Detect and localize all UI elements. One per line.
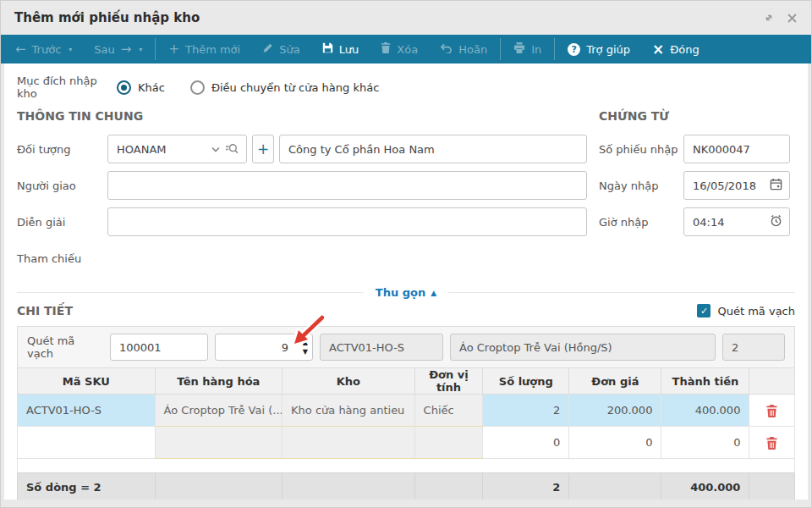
barcode-input-box[interactable] xyxy=(110,334,208,361)
add-partner-button[interactable]: + xyxy=(252,135,274,163)
footer-row-count: Số dòng = 2 xyxy=(18,473,156,500)
time-box[interactable] xyxy=(683,207,790,236)
save-icon xyxy=(322,42,333,56)
spin-down-icon[interactable]: ▼ xyxy=(303,349,308,356)
table-row[interactable]: ACTV01-HO-S Áo Croptop Trễ Vai (... Kho … xyxy=(18,395,795,427)
col-header-warehouse[interactable]: Kho xyxy=(283,368,415,395)
barcode-input[interactable] xyxy=(111,334,207,360)
radio-option-khac[interactable]: Khác xyxy=(117,80,165,95)
table-spacer-row xyxy=(18,459,795,473)
scan-barcode-checkbox-wrap[interactable]: ✓ Quét mã vạch xyxy=(697,304,795,318)
barcode-scan-panel: Quét mã vạch ▲ ▼ ACTV01-HO-S Áo Croptop … xyxy=(17,326,795,367)
cell-price[interactable]: 0 xyxy=(569,427,661,459)
collapse-link[interactable]: Thu gọn ▲ xyxy=(376,286,436,299)
description-box[interactable] xyxy=(107,207,587,236)
cell-price[interactable]: 200.000 xyxy=(569,395,661,427)
help-icon: ? xyxy=(568,43,580,56)
expand-icon[interactable] xyxy=(763,12,775,24)
footer-amount-total: 400.000 xyxy=(661,473,749,500)
cell-qty[interactable]: 2 xyxy=(483,395,569,427)
partner-code-input[interactable] xyxy=(108,135,209,163)
receipt-no-input[interactable] xyxy=(684,135,782,163)
cell-total: 400.000 xyxy=(661,395,749,427)
col-header-total[interactable]: Thành tiền xyxy=(661,368,749,395)
delete-row-icon[interactable] xyxy=(766,405,777,417)
radio-selected-icon[interactable] xyxy=(117,80,131,95)
print-button[interactable]: In xyxy=(502,35,552,64)
search-list-icon[interactable] xyxy=(222,143,241,155)
checkbox-checked-icon[interactable]: ✓ xyxy=(697,304,710,318)
deliverer-label: Người giao xyxy=(17,179,107,192)
delete-button[interactable]: Xóa xyxy=(370,35,429,64)
partner-combobox[interactable] xyxy=(107,135,247,163)
delete-row-icon[interactable] xyxy=(766,437,777,450)
cell-sku[interactable] xyxy=(18,427,156,459)
scanned-sku-box: ACTV01-HO-S xyxy=(320,334,443,361)
detail-heading: CHI TIẾT xyxy=(17,304,73,318)
cell-actions xyxy=(749,395,795,427)
purpose-row: Mục đích nhập kho Khác Điều chuyển từ cử… xyxy=(17,64,795,99)
deliverer-box[interactable] xyxy=(107,171,587,200)
close-icon[interactable] xyxy=(787,13,798,24)
cell-qty[interactable]: 0 xyxy=(483,427,569,459)
quantity-input[interactable] xyxy=(216,334,312,360)
col-header-actions xyxy=(749,368,795,395)
prev-button[interactable]: ← Trước ▾ xyxy=(4,35,83,64)
chevron-down-icon[interactable]: ▾ xyxy=(69,46,72,53)
save-button[interactable]: Lưu xyxy=(311,35,370,64)
chevron-down-icon[interactable]: ▾ xyxy=(139,46,142,53)
cell-actions xyxy=(749,427,795,459)
cell-warehouse xyxy=(283,427,415,459)
form-body: Mục đích nhập kho Khác Điều chuyển từ cử… xyxy=(4,64,808,500)
spin-up-icon[interactable]: ▲ xyxy=(303,340,308,346)
col-header-price[interactable]: Đơn giá xyxy=(569,368,661,395)
deliverer-input[interactable] xyxy=(108,172,586,199)
trash-icon xyxy=(381,42,391,56)
detail-table: Mã SKU Tên hàng hóa Kho Đơn vị tính Số l… xyxy=(17,367,795,500)
receipt-no-box[interactable] xyxy=(683,135,790,163)
chevron-down-icon[interactable] xyxy=(209,146,222,152)
calendar-icon[interactable] xyxy=(770,178,782,193)
add-new-button[interactable]: + Thêm mới xyxy=(157,35,251,64)
date-box[interactable] xyxy=(683,171,790,200)
close-x-icon: × xyxy=(652,42,664,57)
collapse-divider: Thu gọn ▲ xyxy=(17,286,795,299)
cell-sku[interactable]: ACTV01-HO-S xyxy=(18,395,156,427)
description-input[interactable] xyxy=(108,208,586,235)
clock-icon[interactable] xyxy=(770,214,782,229)
scanned-name-box: Áo Croptop Trễ Vai (Hồng/S) xyxy=(450,334,716,361)
time-input[interactable] xyxy=(684,208,770,235)
purpose-label: Mục đích nhập kho xyxy=(17,75,117,100)
quantity-stepper[interactable]: ▲ ▼ xyxy=(215,334,313,361)
next-button[interactable]: Sau → ▾ xyxy=(83,35,153,64)
scan-label: Quét mã vạch xyxy=(27,334,103,360)
time-label: Giờ nhập xyxy=(599,216,683,229)
partner-name-box[interactable] xyxy=(279,135,587,163)
date-input[interactable] xyxy=(684,172,770,199)
reference-label: Tham chiếu xyxy=(17,252,107,265)
close-button[interactable]: × Đóng xyxy=(641,35,710,64)
date-label: Ngày nhập xyxy=(599,179,683,192)
window-title: Thêm mới phiếu nhập kho xyxy=(14,10,763,25)
chevron-up-icon: ▲ xyxy=(431,289,436,297)
col-header-name[interactable]: Tên hàng hóa xyxy=(155,368,282,395)
document-heading: CHỨNG TỪ xyxy=(599,109,795,123)
toolbar-separator xyxy=(500,38,501,60)
toolbar-separator xyxy=(554,38,555,60)
table-row[interactable]: 0 0 0 xyxy=(18,427,795,459)
cell-warehouse: Kho cửa hàng antieu xyxy=(283,395,415,427)
pencil-icon xyxy=(262,42,273,56)
toolbar-separator xyxy=(155,38,156,60)
arrow-right-icon: → xyxy=(121,43,132,56)
printer-icon xyxy=(513,42,525,56)
radio-option-dieu-chuyen[interactable]: Điều chuyển từ cửa hàng khác xyxy=(190,80,379,95)
undo-button[interactable]: Hoãn xyxy=(429,35,498,64)
radio-unselected-icon[interactable] xyxy=(190,80,205,95)
partner-name-input[interactable] xyxy=(280,135,586,163)
col-header-sku[interactable]: Mã SKU xyxy=(18,368,156,395)
col-header-unit[interactable]: Đơn vị tính xyxy=(414,368,483,395)
edit-button[interactable]: Sửa xyxy=(251,35,310,64)
arrow-left-icon: ← xyxy=(15,43,26,56)
help-button[interactable]: ? Trợ giúp xyxy=(557,35,641,64)
col-header-qty[interactable]: Số lượng xyxy=(483,368,569,395)
